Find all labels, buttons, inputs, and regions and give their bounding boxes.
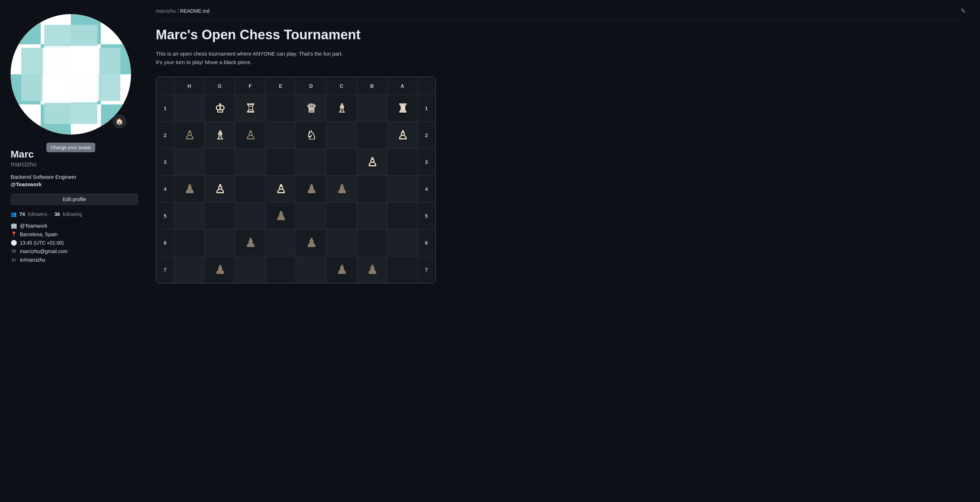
cell-H2[interactable]: ♙ xyxy=(174,122,205,149)
row-label-right-4: 4 xyxy=(418,176,436,202)
svg-rect-22 xyxy=(44,103,97,124)
piece-F2: ♙ xyxy=(245,129,256,141)
avatar-wrapper[interactable]: 🏠 Change your avatar xyxy=(11,14,131,135)
cell-H3 xyxy=(174,149,205,176)
cell-F1[interactable]: ♖ xyxy=(235,95,266,122)
change-avatar-tooltip: Change your avatar xyxy=(46,143,95,152)
profile-meta: 🏢 @Teamwork 📍 Barcelona, Spain 🕐 13:45 (… xyxy=(11,223,68,263)
row-label-left-2: 2 xyxy=(156,122,174,149)
readme-header: marcizhu / README.md ✎ xyxy=(156,7,966,20)
cell-D7 xyxy=(296,256,326,283)
cell-A2[interactable]: ♙ xyxy=(387,122,418,149)
piece-A2: ♙ xyxy=(397,129,408,141)
cell-D1[interactable]: ♕ xyxy=(296,95,326,122)
cell-B5 xyxy=(357,202,387,229)
cell-H4[interactable]: ♟ xyxy=(174,176,205,202)
svg-rect-5 xyxy=(101,14,131,44)
meta-location: 📍 Barcelona, Spain xyxy=(11,231,68,238)
cell-A4 xyxy=(387,176,418,202)
path-user: marcizhu xyxy=(156,8,176,14)
col-header-A: A xyxy=(387,77,418,95)
meta-org: 🏢 @Teamwork xyxy=(11,223,68,229)
cell-C5 xyxy=(326,202,357,229)
col-header-H: H xyxy=(174,77,205,95)
piece-H2: ♙ xyxy=(184,129,195,141)
cell-F2[interactable]: ♙ xyxy=(235,122,266,149)
avatar-badge[interactable]: 🏠 xyxy=(113,115,126,128)
cell-G7[interactable]: ♟ xyxy=(205,256,235,283)
main-content: marcizhu / README.md ✎ Marc's Open Chess… xyxy=(149,0,980,502)
cell-G4[interactable]: ♙ xyxy=(205,176,235,202)
cell-B1 xyxy=(357,95,387,122)
cell-H6 xyxy=(174,229,205,256)
readme-path: marcizhu / README.md xyxy=(156,8,210,14)
col-header-0 xyxy=(156,77,174,95)
cell-A5 xyxy=(387,202,418,229)
row-label-left-6: 6 xyxy=(156,229,174,256)
cell-C7[interactable]: ♟ xyxy=(326,256,357,283)
follow-stats: 👥 74 followers · 36 following xyxy=(11,211,82,217)
svg-rect-21 xyxy=(21,48,43,101)
cell-H1 xyxy=(174,95,205,122)
col-header-F: F xyxy=(235,77,266,95)
cell-G2[interactable]: ♗ xyxy=(205,122,235,149)
meta-time: 🕐 13:45 (UTC +01:00) xyxy=(11,240,68,246)
edit-readme-icon[interactable]: ✎ xyxy=(961,7,966,15)
cell-F6[interactable]: ♟ xyxy=(235,229,266,256)
cell-D2[interactable]: ♘ xyxy=(296,122,326,149)
col-header-C: C xyxy=(326,77,357,95)
profile-bio: Backend Software Engineer @Teamwork xyxy=(11,173,76,188)
org-icon: 🏢 xyxy=(11,223,17,229)
cell-A6 xyxy=(387,229,418,256)
time-icon: 🕐 xyxy=(11,240,17,246)
cell-B3[interactable]: ♙ xyxy=(357,149,387,176)
cell-E1 xyxy=(266,95,296,122)
cell-D6[interactable]: ♟ xyxy=(296,229,326,256)
cell-C4[interactable]: ♟ xyxy=(326,176,357,202)
svg-rect-2 xyxy=(11,14,41,44)
svg-rect-23 xyxy=(99,48,120,101)
cell-D5 xyxy=(296,202,326,229)
piece-G1: ♔ xyxy=(215,102,225,114)
piece-D4: ♟ xyxy=(306,183,317,195)
row-label-right-3: 3 xyxy=(418,149,436,176)
meta-linkedin: in in/marcizhu xyxy=(11,257,68,263)
edit-profile-button[interactable]: Edit profile xyxy=(11,194,138,205)
col-header-E: E xyxy=(266,77,296,95)
cell-E7 xyxy=(266,256,296,283)
col-header-D: D xyxy=(296,77,326,95)
cell-A7 xyxy=(387,256,418,283)
cell-A1[interactable]: ♜ xyxy=(387,95,418,122)
chess-board: HGFEDCBA1♔♖♕♗♜12♙♗♙♘♙23♙34♟♙♙♟♟45♟56♟♟67… xyxy=(156,77,436,283)
meta-email-value: marcizhu@gmail.com xyxy=(20,248,68,254)
bio-org: @Teamwork xyxy=(11,181,42,187)
piece-G4: ♙ xyxy=(215,183,225,195)
cell-E4[interactable]: ♙ xyxy=(266,176,296,202)
cell-H5 xyxy=(174,202,205,229)
col-header-9 xyxy=(418,77,436,95)
cell-B2 xyxy=(357,122,387,149)
svg-rect-14 xyxy=(11,105,41,135)
cell-G1[interactable]: ♔ xyxy=(205,95,235,122)
cell-C1[interactable]: ♗ xyxy=(326,95,357,122)
piece-E5: ♟ xyxy=(275,210,286,222)
board-row-3: 3♙3 xyxy=(156,149,436,176)
board-row-2: 2♙♗♙♘♙2 xyxy=(156,122,436,149)
desc-line1: This is an open chess tournament where A… xyxy=(156,51,343,57)
readme-description: This is an open chess tournament where A… xyxy=(156,49,966,67)
board-row-4: 4♟♙♙♟♟4 xyxy=(156,176,436,202)
following-count: 36 xyxy=(54,211,60,217)
bio-line1: Backend Software Engineer xyxy=(11,174,76,180)
meta-location-value: Barcelona, Spain xyxy=(20,232,58,237)
cell-E5[interactable]: ♟ xyxy=(266,202,296,229)
readme-title: Marc's Open Chess Tournament xyxy=(156,27,966,43)
cell-D4[interactable]: ♟ xyxy=(296,176,326,202)
cell-B7[interactable]: ♟ xyxy=(357,256,387,283)
piece-F1: ♖ xyxy=(245,102,256,114)
board-row-7: 7♟♟♟7 xyxy=(156,256,436,283)
chess-board-container: HGFEDCBA1♔♖♕♗♜12♙♗♙♘♙23♙34♟♙♙♟♟45♟56♟♟67… xyxy=(156,76,436,284)
meta-email: ✉ marcizhu@gmail.com xyxy=(11,248,68,254)
cell-C3 xyxy=(326,149,357,176)
cell-A3 xyxy=(387,149,418,176)
piece-D2: ♘ xyxy=(306,129,317,141)
